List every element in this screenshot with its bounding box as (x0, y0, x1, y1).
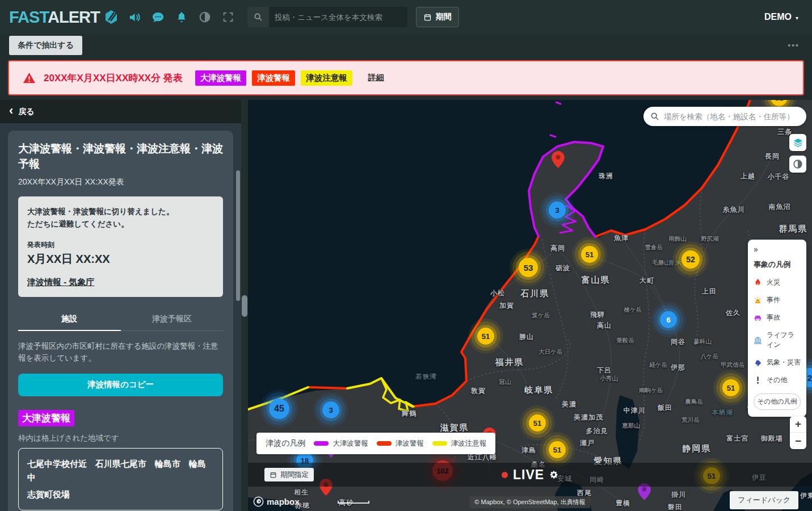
tsunami-alert-banner: 20XX年X月XX日XX時XX分 発表 大津波警報津波警報津波注意報 詳細 (8, 60, 804, 95)
warning-icon (23, 72, 36, 85)
map-label: 高山 (597, 321, 612, 330)
event-legend-item[interactable]: その他 (754, 375, 801, 385)
cluster-marker[interactable]: 51 (722, 379, 739, 396)
sidebar-resize-handle[interactable] (242, 295, 247, 317)
calendar-icon (423, 13, 432, 22)
map-label: 蓼科山 (693, 338, 712, 346)
alert-section: 大津波警報枠内は格上げされた地域です七尾中学校付近 石川県七尾市 輪島市 輪島中… (18, 410, 223, 510)
mapbox-wordmark: mapbox (267, 497, 300, 506)
event-legend-item[interactable]: 気象・災害 (754, 358, 801, 367)
map-scale-bar (338, 501, 369, 504)
contrast-icon[interactable] (197, 10, 212, 24)
event-legend-panel: » 事象の凡例 火災事件事故ライフライン気象・災害その他 その他の凡例 (748, 240, 806, 417)
account-name: DEMO (764, 12, 792, 22)
map-label: 伊東 (800, 491, 812, 501)
map-pin[interactable] (552, 151, 565, 168)
tsunami-legend: 津波の凡例 大津波警報津波警報津波注意報 (256, 433, 495, 454)
filter-button[interactable]: 条件で抽出する (9, 36, 82, 55)
map-label: 経ケ岳 (649, 361, 667, 369)
feedback-button[interactable]: フィードバック (730, 491, 798, 509)
alert-detail-link[interactable]: 詳細 (368, 73, 384, 83)
cluster-marker[interactable]: 51 (581, 246, 598, 263)
cluster-marker[interactable]: 51 (529, 414, 546, 432)
sound-icon[interactable] (128, 10, 142, 24)
sub-toolbar: 条件で抽出する ••• (0, 34, 812, 57)
map-label: 甲武信岳 (721, 361, 744, 369)
zoom-in-button[interactable]: + (790, 416, 806, 433)
chat-icon[interactable] (151, 10, 166, 24)
map-label: 上田 (702, 287, 717, 296)
bell-icon[interactable] (174, 10, 189, 24)
alert-badges: 大津波警報津波警報津波注意報 (195, 70, 352, 86)
period-select-button[interactable]: 期間指定 (264, 468, 314, 481)
cluster-marker[interactable]: 45 (269, 399, 289, 419)
alert-announced-at: 20XX年X月XX日XX時XX分 発表 (44, 72, 183, 85)
cluster-marker[interactable]: 3 (322, 401, 339, 418)
map-label: 魚津 (614, 233, 629, 243)
more-menu-icon[interactable]: ••• (788, 41, 803, 50)
map-label: 敦賀 (471, 386, 486, 396)
event-legend-item[interactable]: ライフライン (754, 330, 801, 350)
tab-施設[interactable]: 施設 (18, 308, 121, 331)
map-label: 勝山 (519, 332, 534, 342)
cluster-marker[interactable]: 51 (477, 328, 494, 345)
event-legend-label: 事件 (767, 295, 780, 305)
calendar-icon (270, 471, 277, 479)
map-label: 本栖湖 (712, 408, 733, 417)
event-legend-label: ライフライン (767, 330, 801, 350)
copy-tsunami-info-button[interactable]: 津波情報のコピー (18, 374, 223, 396)
global-search-input[interactable] (269, 13, 407, 22)
live-strip: 期間指定 LIVE (248, 463, 812, 487)
main-area: ‹ 戻る 大津波警報・津波警報・津波注意報・津波予報 20XX年XX月XX日 X… (0, 100, 812, 511)
map-attribution[interactable]: © Mapbox, © OpenStreetMap, 出典情報 (469, 496, 590, 508)
event-legend-title: 事象の凡例 (754, 259, 801, 270)
jma-source-link[interactable]: 津波情報 - 気象庁 (27, 277, 94, 288)
map-label: 長岡 (765, 152, 780, 161)
cluster-marker[interactable]: 52 (681, 250, 700, 269)
card-title: 大津波警報・津波警報・津波注意報・津波予報 (18, 141, 223, 171)
event-legend-label: 事故 (767, 313, 780, 322)
layers-icon (793, 137, 803, 148)
map-label: 若狭湾 (415, 372, 437, 381)
map-label: 美濃 (562, 400, 577, 409)
other-legend-button[interactable]: その他の凡例 (754, 393, 801, 410)
zoom-out-button[interactable]: − (790, 433, 806, 449)
fastalert-logo[interactable]: FASTALERT (9, 9, 119, 26)
fullscreen-icon[interactable] (221, 10, 235, 24)
tab-津波予報区[interactable]: 津波予報区 (121, 308, 224, 330)
gear-icon[interactable] (549, 470, 558, 479)
siren-icon (754, 296, 762, 304)
map-contrast-button[interactable] (789, 156, 806, 173)
map-label: 群馬県 (779, 224, 808, 234)
mapbox-logo[interactable]: mapbox (253, 496, 300, 507)
app-header: FASTALERT 期間 DEMO ▾ (0, 0, 812, 34)
notice-line: 大津波警報・津波警報に切り替えました。 (27, 206, 214, 218)
map-label: 富士宮 (727, 434, 749, 443)
cluster-marker[interactable]: 3 (549, 202, 566, 219)
map-label: 福井県 (495, 357, 524, 368)
cluster-marker[interactable]: 51 (549, 441, 566, 458)
tsunami-legend-label: 津波警報 (396, 439, 424, 449)
event-legend-item[interactable]: 火災 (754, 278, 801, 287)
cluster-marker[interactable]: 53 (519, 258, 538, 277)
map-search-input[interactable] (664, 112, 800, 121)
account-menu[interactable]: DEMO ▾ (764, 12, 803, 22)
map-container[interactable]: 群馬県富山県石川県福井県岐阜県愛知県滋賀県静岡県珠洲魚津高岡砺波大町上田佐久小松… (248, 100, 812, 511)
legend-collapse-icon[interactable]: » (754, 245, 801, 254)
building-icon (754, 336, 762, 345)
event-legend-item[interactable]: 事件 (754, 295, 801, 305)
back-button[interactable]: ‹ 戻る (0, 100, 241, 123)
tsunami-legend-items: 大津波警報津波警報津波注意報 (314, 439, 486, 449)
search-icon[interactable] (247, 7, 269, 27)
map-label: 農鳥岳 (685, 398, 703, 406)
logo-text: FASTALERT (9, 9, 100, 26)
section-badge: 大津波警報 (18, 410, 74, 426)
sidebar-scrollbar[interactable] (236, 170, 240, 301)
tsunami-sidebar: ‹ 戻る 大津波警報・津波警報・津波注意報・津波予報 20XX年XX月XX日 X… (0, 100, 241, 511)
alert-sections: 大津波警報枠内は格上げされた地域です七尾中学校付近 石川県七尾市 輪島市 輪島中… (18, 410, 223, 511)
period-button[interactable]: 期間 (416, 7, 459, 27)
cluster-marker[interactable]: 6 (660, 311, 677, 328)
event-legend-item[interactable]: 事故 (754, 313, 801, 322)
map-label: 加賀 (499, 301, 514, 311)
layers-button[interactable] (789, 134, 806, 151)
